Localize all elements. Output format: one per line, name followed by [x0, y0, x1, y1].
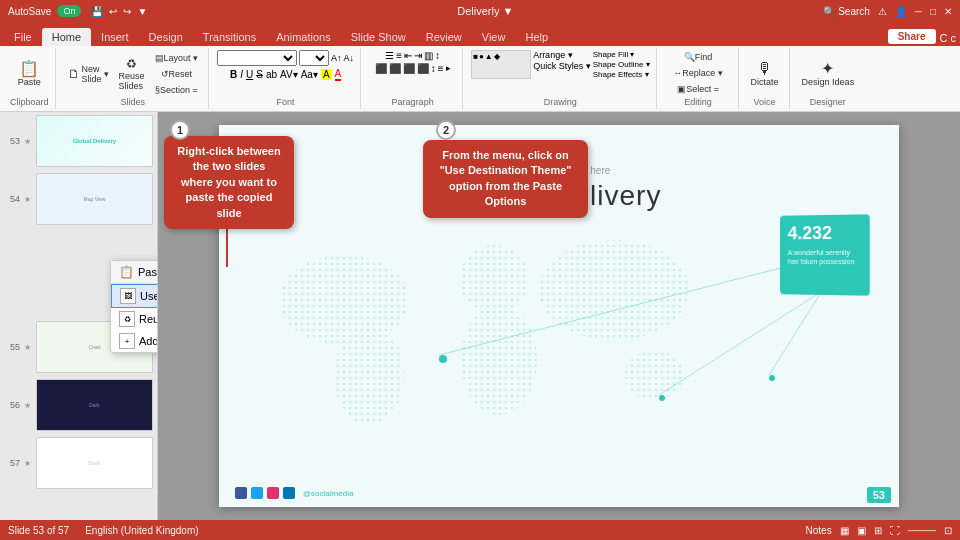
case-button[interactable]: Aa▾	[301, 69, 318, 80]
indent-less-button[interactable]: ⇤	[404, 50, 412, 61]
language-label: English (United Kingdom)	[85, 525, 198, 536]
numbered-list-button[interactable]: ≡	[396, 50, 402, 61]
slide-item-56[interactable]: 56 ★ Dark	[0, 376, 157, 434]
world-map-dots	[234, 220, 799, 472]
search-icon[interactable]: 🔍 Search	[823, 6, 869, 17]
layout-button[interactable]: ▤ Layout ▾	[151, 51, 203, 65]
slide-panel[interactable]: 53 ★ Global Delivery 54 ★ Map View 📋 Pas…	[0, 112, 158, 520]
linkedin-icon	[283, 487, 295, 499]
strikethrough-button[interactable]: S	[256, 69, 263, 80]
slide-thumb-57[interactable]: Blank	[36, 437, 153, 489]
use-destination-theme-item[interactable]: 🖼 Use Destination Theme (H)	[111, 284, 158, 308]
section-button[interactable]: § Section =	[151, 83, 203, 97]
view-slideshow-icon[interactable]: ⛶	[890, 525, 900, 536]
close-btn[interactable]: ✕	[944, 6, 952, 17]
font-size-down[interactable]: A↓	[344, 53, 355, 63]
text-align-button[interactable]: ≡	[438, 63, 444, 74]
reuse-slides-button[interactable]: ♻ ReuseSlides	[115, 55, 149, 93]
autosave-toggle[interactable]: On	[57, 5, 81, 17]
view-reading-icon[interactable]: ⊞	[874, 525, 882, 536]
world-map-svg	[234, 220, 799, 472]
replace-button[interactable]: ↔ Replace ▾	[669, 66, 727, 80]
tab-insert[interactable]: Insert	[91, 28, 139, 46]
slide-item-54[interactable]: 54 ★ Map View	[0, 170, 157, 228]
slides-content: 🗋 NewSlide ▾ ♻ ReuseSlides ▤ Layout ▾ ↺ …	[64, 50, 203, 97]
align-justify-button[interactable]: ⬛	[417, 63, 429, 74]
align-left-button[interactable]: ⬛	[375, 63, 387, 74]
shape-4[interactable]: ◆	[494, 52, 500, 77]
tab-animations[interactable]: Animations	[266, 28, 340, 46]
tab-view[interactable]: View	[472, 28, 516, 46]
align-right-button[interactable]: ⬛	[403, 63, 415, 74]
view-sort-icon[interactable]: ▣	[857, 525, 866, 536]
add-section-icon: +	[119, 333, 135, 349]
reset-button[interactable]: ↺ Reset	[151, 67, 203, 81]
customize-icon[interactable]: ▼	[137, 6, 147, 17]
tab-slideshow[interactable]: Slide Show	[341, 28, 416, 46]
font-size-up[interactable]: A↑	[331, 53, 342, 63]
collapse-ribbon-btn[interactable]: C c	[940, 32, 957, 44]
tab-review[interactable]: Review	[416, 28, 472, 46]
slide-item-53[interactable]: 53 ★ Global Delivery	[0, 112, 157, 170]
shape-outline-button[interactable]: Shape Outline ▾	[593, 60, 650, 69]
select-button[interactable]: ▣ Select =	[673, 82, 723, 96]
shape-fill-button[interactable]: Shape Fill ▾	[593, 50, 650, 59]
save-icon[interactable]: 💾	[91, 6, 103, 17]
align-center-button[interactable]: ⬛	[389, 63, 401, 74]
design-ideas-button[interactable]: ✦ Design Ideas	[798, 59, 859, 89]
bullets-button[interactable]: ☰	[385, 50, 394, 61]
title-bar-left: AutoSave On 💾 ↩ ↪ ▼	[8, 5, 147, 17]
slide-item-57[interactable]: 57 ★ Blank	[0, 434, 157, 492]
zoom-slider[interactable]: ────	[908, 525, 936, 536]
shape-2[interactable]: ●	[479, 52, 484, 77]
shape-3[interactable]: ▲	[485, 52, 493, 77]
document-title: Deliverly	[457, 5, 499, 17]
new-slide-button[interactable]: 🗋 NewSlide ▾	[64, 62, 113, 86]
shape-effects-button[interactable]: Shape Effects ▾	[593, 70, 650, 79]
account-icon[interactable]: 👤	[895, 6, 907, 17]
tab-home[interactable]: Home	[42, 28, 91, 46]
font-color[interactable]: A	[335, 68, 342, 81]
reuse-slides-item[interactable]: ♻ Reuse Slides	[111, 308, 158, 330]
map-dot-1	[439, 355, 447, 363]
italic-button[interactable]: I	[240, 69, 243, 80]
annotation-arrow-1	[226, 227, 228, 267]
paste-button[interactable]: 📋 Paste	[14, 59, 45, 89]
ribbon-tabs: File Home Insert Design Transitions Anim…	[0, 22, 960, 46]
text-highlight[interactable]: A	[321, 69, 332, 80]
share-button[interactable]: Share	[888, 29, 936, 44]
underline-button[interactable]: U	[246, 69, 253, 80]
text-shadow-button[interactable]: ab	[266, 69, 277, 80]
shape-1[interactable]: ■	[473, 52, 478, 77]
redo-icon[interactable]: ↪	[123, 6, 131, 17]
notes-button[interactable]: Notes	[806, 525, 832, 536]
indent-more-button[interactable]: ⇥	[414, 50, 422, 61]
zoom-fit-icon[interactable]: ⊡	[944, 525, 952, 536]
find-button[interactable]: 🔍 Find	[680, 50, 717, 64]
dictate-button[interactable]: 🎙 Dictate	[747, 59, 783, 89]
bold-button[interactable]: B	[230, 69, 237, 80]
text-dir-button[interactable]: ↕	[431, 63, 436, 74]
tab-help[interactable]: Help	[515, 28, 558, 46]
tab-file[interactable]: File	[4, 28, 42, 46]
maximize-btn[interactable]: □	[930, 6, 936, 17]
slide-thumb-53[interactable]: Global Delivery	[36, 115, 153, 167]
tab-transitions[interactable]: Transitions	[193, 28, 266, 46]
svg-point-3	[459, 245, 529, 315]
undo-icon[interactable]: ↩	[109, 6, 117, 17]
char-spacing-button[interactable]: AV▾	[280, 69, 298, 80]
line-spacing-button[interactable]: ↕	[435, 50, 440, 61]
view-normal-icon[interactable]: ▦	[840, 525, 849, 536]
font-family-select[interactable]	[217, 50, 297, 66]
add-section-item[interactable]: + Add Section	[111, 330, 158, 352]
arrange-button[interactable]: Arrange ▾	[533, 50, 591, 60]
paste-theme-icon: 🖼	[120, 288, 136, 304]
tab-design[interactable]: Design	[139, 28, 193, 46]
minimize-btn[interactable]: ─	[915, 6, 922, 17]
slide-thumb-56[interactable]: Dark	[36, 379, 153, 431]
font-size-select[interactable]	[299, 50, 329, 66]
quick-styles-button[interactable]: Quick Styles ▾	[533, 61, 591, 71]
col-layout-button[interactable]: ▥	[424, 50, 433, 61]
smartart-button[interactable]: ▸	[446, 63, 451, 74]
slide-thumb-54[interactable]: Map View	[36, 173, 153, 225]
